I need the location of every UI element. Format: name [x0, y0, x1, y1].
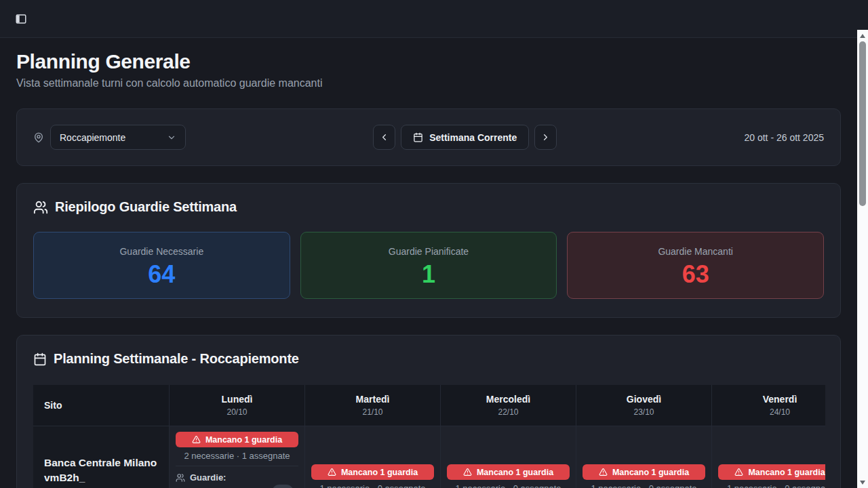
column-header-site: Sito	[33, 385, 170, 426]
stat-value: 1	[301, 262, 557, 287]
day-date: 22/10	[498, 407, 518, 417]
vertical-scrollbar[interactable]	[857, 30, 868, 488]
panel-left-icon	[15, 13, 27, 25]
page-header: Planning Generale Vista settimanale turn…	[16, 50, 323, 89]
missing-guards-badge: Mancano 1 guardia	[583, 464, 705, 480]
missing-guards-badge-label: Mancano 1 guardia	[477, 468, 553, 477]
missing-guards-badge-label: Mancano 1 guardia	[341, 468, 418, 477]
week-navigation: Settimana Corrente	[373, 125, 557, 150]
scrollbar-down-arrow[interactable]	[860, 481, 865, 485]
shift-cell-thursday: Mancano 1 guardia 1 necessarie · 0 asseg…	[576, 426, 712, 488]
day-date: 23/10	[633, 407, 654, 417]
missing-guards-badge: Mancano 1 guardia	[176, 432, 298, 447]
day-name: Lunedì	[222, 394, 253, 405]
day-name: Giovedì	[627, 394, 661, 405]
stat-label: Guardie Pianificate	[301, 246, 557, 257]
users-icon	[176, 473, 185, 483]
cell-info: 1 necessarie · 0 assegnate	[583, 483, 705, 488]
shift-cell-friday: Mancano 1 guardia 1 necessarie · 0 asseg…	[712, 426, 825, 488]
cell-divider	[176, 466, 298, 466]
day-name: Venerdì	[763, 394, 797, 405]
stat-value: 64	[34, 262, 290, 287]
site-name-cell: Banca Centrale Milano vmB2h_	[33, 426, 170, 488]
missing-guards-badge: Mancano 1 guardia	[718, 464, 825, 480]
users-icon	[33, 200, 48, 215]
stat-label: Guardie Mancanti	[568, 246, 823, 257]
column-header-tuesday: Martedì 21/10	[305, 385, 441, 426]
stat-guardie-necessarie: Guardie Necessarie 64	[33, 232, 290, 299]
date-range-label: 20 ott - 26 ott 2025	[744, 132, 824, 143]
page-title: Planning Generale	[16, 50, 323, 73]
planning-card: Planning Settimanale - Roccapiemonte Sit…	[16, 335, 841, 488]
day-date: 20/10	[226, 407, 247, 417]
table-row: Banca Centrale Milano vmB2h_ Mancano 1 g…	[33, 426, 825, 488]
cell-info: 2 necessarie · 1 assegnate	[176, 451, 298, 462]
location-select-value: Roccapiemonte	[60, 132, 125, 143]
stat-value: 63	[568, 262, 823, 287]
planning-generale-page: Planning Generale Vista settimanale turn…	[0, 0, 868, 488]
triangle-alert-icon	[463, 468, 472, 476]
scrollbar-thumb[interactable]	[859, 41, 866, 206]
scrollbar-up-arrow[interactable]	[860, 34, 865, 38]
column-header-thursday: Giovedì 23/10	[576, 385, 712, 426]
triangle-alert-icon	[599, 468, 608, 476]
missing-guards-badge-label: Mancano 1 guardia	[205, 435, 282, 445]
calendar-icon	[413, 132, 423, 142]
top-bar	[0, 0, 868, 38]
summary-card: Riepilogo Guardie Settimana Guardie Nece…	[16, 183, 841, 318]
missing-guards-badge: Mancano 1 guardia	[447, 464, 570, 480]
guards-row: Guardie:	[176, 472, 298, 483]
cell-info: 1 necessarie · 0 assegnate	[311, 483, 434, 488]
missing-guards-badge-label: Mancano 1 guardia	[612, 468, 689, 477]
column-header-friday: Venerdì 24/10	[712, 385, 825, 426]
next-week-button[interactable]	[534, 125, 557, 150]
guard-chip[interactable]	[272, 485, 294, 488]
previous-week-button[interactable]	[373, 125, 395, 150]
summary-stats: Guardie Necessarie 64 Guardie Pianificat…	[33, 232, 824, 299]
planning-title-row: Planning Settimanale - Roccapiemonte	[33, 351, 824, 367]
day-name: Martedì	[356, 394, 390, 405]
triangle-alert-icon	[192, 435, 201, 444]
day-name: Mercoledì	[486, 394, 530, 405]
map-pin-icon	[33, 132, 44, 143]
stat-guardie-pianificate: Guardie Pianificate 1	[300, 232, 557, 299]
page-subtitle: Vista settimanale turni con calcolo auto…	[16, 77, 323, 89]
planning-table: Sito Lunedì 20/10 Martedì 21/10 Mercoled…	[33, 385, 825, 488]
current-week-label: Settimana Corrente	[429, 132, 517, 143]
calendar-icon	[33, 352, 47, 366]
day-date: 24/10	[770, 407, 790, 417]
chevron-left-icon	[379, 132, 389, 142]
shift-cell-tuesday: Mancano 1 guardia 1 necessarie · 0 asseg…	[305, 426, 441, 488]
column-header-monday: Lunedì 20/10	[170, 385, 305, 426]
chevron-right-icon	[540, 132, 551, 142]
summary-title-row: Riepilogo Guardie Settimana	[33, 199, 824, 215]
triangle-alert-icon	[328, 468, 336, 476]
missing-guards-badge-label: Mancano 1 guardia	[748, 468, 825, 477]
summary-title: Riepilogo Guardie Settimana	[55, 199, 237, 215]
guards-label: Guardie:	[190, 472, 226, 483]
shift-cell-wednesday: Mancano 1 guardia 1 necessarie · 0 asseg…	[441, 426, 576, 488]
planning-title: Planning Settimanale - Roccapiemonte	[54, 351, 299, 367]
chevron-down-icon	[167, 133, 176, 142]
day-date: 21/10	[362, 407, 382, 417]
shift-cell-monday: Mancano 1 guardia 2 necessarie · 1 asseg…	[170, 426, 305, 488]
location-group: Roccapiemonte	[33, 125, 186, 150]
missing-guards-badge: Mancano 1 guardia	[311, 464, 434, 480]
stat-guardie-mancanti: Guardie Mancanti 63	[567, 232, 824, 299]
cell-info: 1 necessarie · 0 assegnate	[447, 483, 570, 488]
triangle-alert-icon	[734, 468, 743, 476]
table-header-row: Sito Lunedì 20/10 Martedì 21/10 Mercoled…	[33, 385, 825, 426]
sidebar-toggle-button[interactable]	[11, 9, 31, 29]
column-header-wednesday: Mercoledì 22/10	[441, 385, 576, 426]
cell-info: 1 necessarie · 0 assegnate	[718, 483, 825, 488]
planning-table-wrapper: Sito Lunedì 20/10 Martedì 21/10 Mercoled…	[33, 385, 825, 488]
toolbar-card: Roccapiemonte Settimana Corrente	[16, 108, 841, 166]
current-week-button[interactable]: Settimana Corrente	[401, 125, 529, 150]
stat-label: Guardie Necessarie	[34, 246, 290, 257]
location-select[interactable]: Roccapiemonte	[50, 125, 186, 150]
